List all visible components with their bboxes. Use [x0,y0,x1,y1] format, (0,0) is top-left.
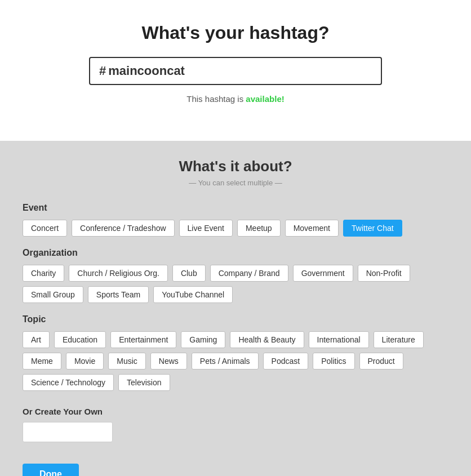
tag-pets-animals[interactable]: Pets / Animals [192,353,259,370]
done-button[interactable]: Done [23,464,79,476]
category-label-event: Event [23,203,448,213]
tag-science-technology[interactable]: Science / Technology [23,374,114,391]
page-title: What's your hashtag? [11,23,460,43]
category-label-organization: Organization [23,248,448,258]
tag-small-group[interactable]: Small Group [23,286,83,303]
hashtag-input-wrapper: # [89,57,382,85]
tag-club[interactable]: Club [172,265,206,282]
categories-container: EventConcertConference / TradeshowLive E… [23,203,448,391]
tag-movement[interactable]: Movement [285,220,339,237]
tag-youtube-channel[interactable]: YouTube Channel [153,286,233,303]
bottom-section: What's it about? — You can select multip… [0,141,471,476]
divider-triangle [213,121,258,141]
tag-international[interactable]: International [309,331,369,348]
tag-movie[interactable]: Movie [66,353,104,370]
tag-news[interactable]: News [150,353,187,370]
tag-television[interactable]: Television [118,374,170,391]
tag-literature[interactable]: Literature [374,331,424,348]
tag-politics[interactable]: Politics [313,353,354,370]
tag-twitter-chat[interactable]: Twitter Chat [343,220,402,237]
tag-education[interactable]: Education [54,331,106,348]
create-own-label: Or Create Your Own [23,407,448,416]
hashtag-input[interactable] [108,64,372,78]
tag-meetup[interactable]: Meetup [237,220,281,237]
tag-live-event[interactable]: Live Event [179,220,233,237]
tags-row-event: ConcertConference / TradeshowLive EventM… [23,220,448,237]
about-subtitle: — You can select multiple — [23,179,448,187]
about-title: What's it about? [23,158,448,175]
tag-product[interactable]: Product [359,353,403,370]
tag-entertainment[interactable]: Entertainment [110,331,176,348]
tag-concert[interactable]: Concert [23,220,67,237]
tag-company-brand[interactable]: Company / Brand [210,265,288,282]
create-own-input[interactable] [23,422,113,442]
tag-sports-team[interactable]: Sports Team [88,286,149,303]
tags-row-topic: ArtEducationEntertainmentGamingHealth & … [23,331,448,391]
tag-podcast[interactable]: Podcast [263,353,309,370]
tag-gaming[interactable]: Gaming [181,331,225,348]
hash-symbol: # [99,64,106,78]
category-label-topic: Topic [23,314,448,324]
tag-church-religious-org.[interactable]: Church / Religious Org. [69,265,168,282]
tag-non-profit[interactable]: Non-Profit [358,265,410,282]
availability-text: This hashtag is available! [11,94,460,104]
tag-health-&-beauty[interactable]: Health & Beauty [230,331,304,348]
tags-row-organization: CharityChurch / Religious Org.ClubCompan… [23,265,448,303]
tag-meme[interactable]: Meme [23,353,61,370]
tag-charity[interactable]: Charity [23,265,64,282]
top-section: What's your hashtag? # This hashtag is a… [0,0,471,121]
tag-music[interactable]: Music [108,353,146,370]
tag-government[interactable]: Government [293,265,353,282]
tag-art[interactable]: Art [23,331,50,348]
tag-conference-tradeshow[interactable]: Conference / Tradeshow [72,220,175,237]
